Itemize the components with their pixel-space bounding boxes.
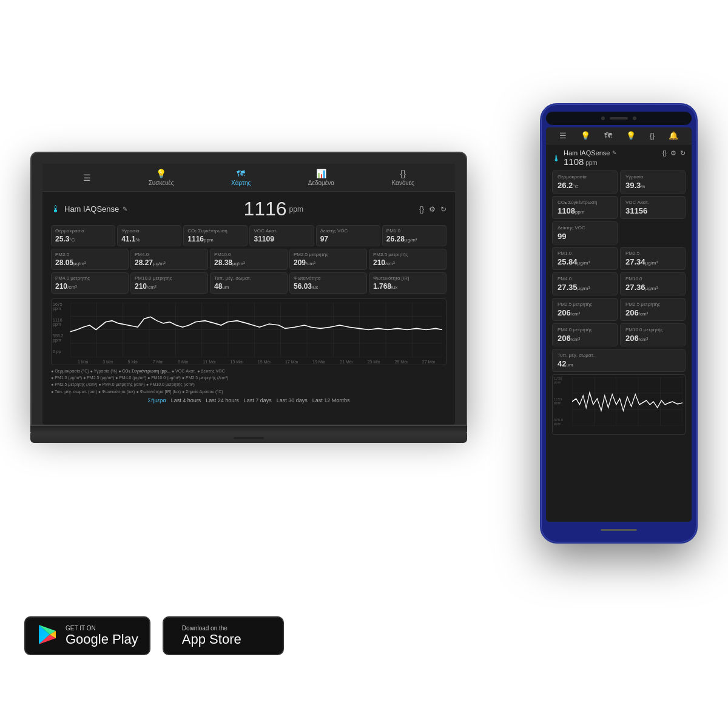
nav-devices[interactable]: 💡 Συσκευές [149,169,174,186]
phone-rules-icon[interactable]: {} [650,131,655,140]
nav-rules[interactable]: {} Κανόνες [392,169,414,186]
phone-edit-icon[interactable]: ✎ [612,150,617,156]
phone-metric-humidity: Υγρασία 39.3% [620,170,686,194]
chart-x-labels: 1 Μάι 3 Μάι 5 Μάι 7 Μάι 9 Μάι 11 Μάι 13 … [55,360,442,364]
rules-icon: {} [400,169,405,178]
phone-metric-particle-size: Τυπ. μέγ. σωματ. 42um [552,349,686,372]
chart-legend: ● Θερμοκρασία (°C) ● Υγρασία (%) ● CO₂ Σ… [51,368,447,395]
time-tabs: Σήμερα Last 4 hours Last 24 hours Last 7… [51,397,447,403]
google-play-line1: GET IT ON [66,625,138,632]
tab-today[interactable]: Σήμερα [148,397,166,403]
main-container: ☰ 💡 Συσκευές 🗺 Χάρτης 📊 [0,0,728,728]
metric-temp: Θερμοκρασία 25.3°C [51,225,115,246]
phone-thermo-icon: 🌡 [552,153,561,163]
phone-sensor-dot [633,116,636,120]
phone-bell-icon[interactable]: 🔔 [669,131,678,140]
nav-devices-label: Συσκευές [149,180,174,186]
google-play-icon [36,624,58,648]
settings-icon[interactable]: ⚙ [429,205,436,214]
phone-data-icon[interactable]: 💡 [626,131,636,140]
app-store-text: Download on the App Store [182,625,241,647]
laptop-base [30,433,467,443]
phone-metric-pm40: PM4.0 27.35μg/m³ [552,272,618,295]
metric-pm40: PM4.0 28.27μg/m³ [130,249,208,270]
phone-co2-value: 1108 [564,157,584,167]
laptop-body: ☰ 💡 Συσκευές 🗺 Χάρτης 📊 [30,152,467,426]
nav-rules-label: Κανόνες [392,180,414,186]
laptop-co2-value: 1116 [243,198,286,220]
refresh-icon[interactable]: ↻ [440,205,447,214]
phone-home-bar [546,524,692,535]
metric-pm25: PM2.5 28.05μg/m³ [51,249,129,270]
tab-12m[interactable]: Last 12 Months [312,397,350,403]
phone-metric-pm25-cnt1: PM2.5 μετρητής 206/cm³ [552,298,618,321]
edit-icon[interactable]: ✎ [123,206,127,212]
google-play-button[interactable]: GET IT ON Google Play [24,616,150,655]
phone-device-name: 🌡 Ham IAQSense ✎ 1108 ppm [552,149,617,167]
phone-content: 🌡 Ham IAQSense ✎ 1108 ppm [546,144,692,440]
laptop-app-ui: ☰ 💡 Συσκευές 🗺 Χάρτης 📊 [42,164,455,425]
phone-metrics-voc-pm: Δείκτης VOC 99 [552,221,686,244]
phone-chart-y-labels: 1730ppm 1153ppm 576.8ppm [554,377,563,425]
header-icons: {} ⚙ ↻ [419,205,447,214]
metric-voc-raw: VOC Ακατ. 31109 [249,225,314,246]
phone-metric-pm25: PM2.5 27.34μg/m³ [620,247,686,270]
phone-metric-temp: Θερμοκρασία 26.2°C [552,170,618,194]
chart-y-labels: 1675ppm 1116ppm 558.2ppm 0 pp [53,302,64,354]
device-header: 🌡 Ham IAQSense ✎ 1116 ppm {} [51,198,447,220]
phone-settings-icon[interactable]: ⚙ [670,149,676,157]
metric-light: Φωτεινότητα 56.03lux [289,272,367,294]
phone-metric-voc-raw: VOC Ακατ. 31156 [620,196,686,219]
laptop-nav: ☰ 💡 Συσκευές 🗺 Χάρτης 📊 [42,164,455,192]
google-play-text: GET IT ON Google Play [66,625,138,647]
nav-data[interactable]: 📊 Δεδομένα [308,169,334,186]
tab-4h[interactable]: Last 4 hours [171,397,201,403]
laptop-trackpad-indicator [234,437,264,439]
metric-pm100: PM10.0 28.38μg/m³ [210,249,288,270]
metric-pm40-cnt: PM4.0 μετρητής 210/cm³ [51,272,129,294]
metric-pm100-cnt: PM10.0 μετρητής 210/cm³ [130,272,208,294]
tab-30d[interactable]: Last 30 days [277,397,308,403]
metric-pm10: PM1.0 26.28μg/m³ [382,225,447,246]
phone-device: ☰ 💡 🗺 💡 {} 🔔 🌡 [540,103,698,544]
metric-particle-size: Τυπ. μέγ. σωματ. 48um [210,272,288,294]
laptop-co2-unit: ppm [289,205,303,214]
menu-icon: ☰ [83,173,91,183]
google-play-line2: Google Play [66,632,138,647]
phone-metrics-pm10-pm25: PM1.0 25.84μg/m³ PM2.5 27.34μg/m³ [552,247,686,270]
phone-chart-svg [572,377,682,426]
device-name-area: 🌡 Ham IAQSense ✎ [51,204,127,215]
code-icon: {} [419,205,424,214]
device-name-text: Ham IAQSense [64,204,119,214]
phone-device-name-text: Ham IAQSense [564,149,610,157]
metric-voc-index: Δείκτης VOC 97 [316,225,380,246]
phone-metrics-co2-voc: CO₂ Συγκέντρωση 1108ppm VOC Ακατ. 31156 [552,196,686,219]
laptop-device: ☰ 💡 Συσκευές 🗺 Χάρτης 📊 [30,152,467,443]
app-store-button[interactable]: Download on the App Store [163,616,284,655]
phone-nav: ☰ 💡 🗺 💡 {} 🔔 [546,127,692,144]
laptop-content: 🌡 Ham IAQSense ✎ 1116 ppm {} [42,192,455,425]
phone-map-icon[interactable]: 🗺 [604,131,612,140]
metric-humidity: Υγρασία 41.1% [117,225,181,246]
app-store-line2: App Store [182,632,241,647]
phone-co2-unit: ppm [585,160,597,166]
store-buttons-area: GET IT ON Google Play Download on the Ap… [24,616,284,655]
phone-chart: 1730ppm 1153ppm 576.8ppm [552,374,686,435]
map-icon: 🗺 [237,169,245,178]
metric-co2: CO₂ Συγκέντρωση 1116ppm [183,225,248,246]
nav-map[interactable]: 🗺 Χάρτης [231,169,251,186]
metrics-row-3: PM4.0 μετρητής 210/cm³ PM10.0 μετρητής 2… [51,272,447,294]
nav-menu[interactable]: ☰ [83,173,91,183]
phone-refresh-icon[interactable]: ↻ [680,149,686,157]
phone-metric-pm40-cnt: PM4.0 μετρητής 206/cm³ [552,323,618,346]
phone-camera-bar [546,112,692,125]
tab-24h[interactable]: Last 24 hours [206,397,239,403]
tab-7d[interactable]: Last 7 days [244,397,272,403]
phone-devices-icon[interactable]: 💡 [581,131,590,140]
chart-svg [70,303,442,357]
phone-menu-icon[interactable]: ☰ [559,131,567,140]
phone-metrics-pm40-pm100: PM4.0 27.35μg/m³ PM10.0 27.36μg/m³ [552,272,686,295]
phone-camera-dot [601,116,605,120]
metrics-row-2: PM2.5 28.05μg/m³ PM4.0 28.27μg/m³ PM10.0… [51,249,447,270]
metric-pm25-cnt2: PM2.5 μετρητής 210/cm³ [369,249,447,270]
